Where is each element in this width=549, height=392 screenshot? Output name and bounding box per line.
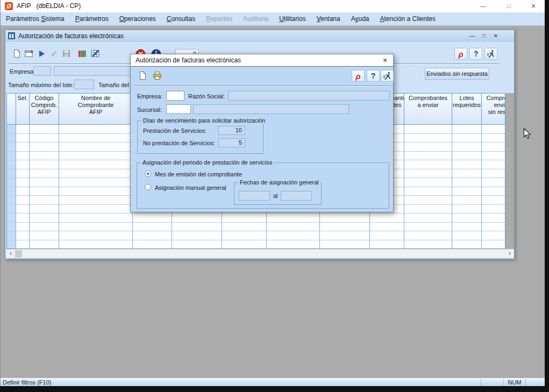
grid-row[interactable] (7, 213, 505, 223)
grid-cell[interactable] (16, 134, 30, 143)
row-header-cell[interactable] (7, 169, 16, 179)
grid-cell[interactable] (452, 178, 482, 187)
grid-cell[interactable] (59, 134, 133, 143)
grid-cell[interactable] (30, 142, 59, 152)
grid-cell[interactable] (172, 223, 222, 232)
radio-asignacion-manual[interactable] (145, 184, 151, 190)
grid-cell[interactable] (59, 125, 133, 134)
grid-cell[interactable] (482, 205, 505, 214)
menu-item-par-metros[interactable]: Parámetros (70, 12, 114, 25)
child-maximize-button[interactable]: □ (479, 31, 489, 41)
grid-cell[interactable] (452, 169, 482, 179)
run-button[interactable] (35, 47, 48, 60)
row-header-cell[interactable] (7, 213, 16, 223)
grid-cell[interactable] (404, 187, 452, 196)
grid-cell[interactable] (267, 223, 320, 232)
grid-cell[interactable] (482, 169, 505, 179)
menu-item-consultas[interactable]: Consultas (161, 12, 201, 25)
row-header-cell[interactable] (7, 134, 16, 143)
grid-cell[interactable] (267, 240, 320, 250)
grid-cell[interactable] (452, 223, 482, 232)
grid-edit-button[interactable] (89, 47, 102, 60)
print-button[interactable]: ρ (454, 48, 467, 60)
grid-cell[interactable] (16, 213, 30, 223)
row-header-cell[interactable] (7, 196, 16, 205)
grid-cell[interactable] (452, 196, 482, 205)
grid-cell[interactable] (320, 240, 370, 250)
row-header-cell[interactable] (7, 187, 16, 196)
grid-cell[interactable] (482, 152, 505, 161)
column-header-c-digo-comprob-afip[interactable]: Código Comprob. AFIP (30, 94, 59, 125)
grid-cell[interactable] (222, 223, 267, 232)
grid-cell[interactable] (133, 231, 172, 240)
grid-cell[interactable] (30, 178, 59, 187)
grid-cell[interactable] (172, 240, 222, 250)
scrollbar-thumb[interactable] (15, 250, 22, 258)
grid-cell[interactable] (172, 213, 222, 223)
row-header-cell[interactable] (7, 223, 16, 232)
grid-cell[interactable] (320, 231, 370, 240)
row-header-cell[interactable] (7, 205, 16, 214)
column-header-0[interactable] (7, 94, 16, 125)
grid-cell[interactable] (59, 196, 133, 205)
grid-cell[interactable] (370, 223, 404, 232)
radio-mes-emision[interactable] (145, 170, 151, 177)
column-header-nombre-de-comprobante-afip[interactable]: Nombre de Comprobante AFIP (59, 94, 133, 125)
grid-cell[interactable] (482, 240, 505, 250)
grid-cell[interactable] (30, 196, 59, 205)
grid-cell[interactable] (267, 213, 320, 223)
menu-item-ayuda[interactable]: Ayuda (346, 12, 375, 25)
grid-cell[interactable] (482, 125, 505, 134)
exit-button[interactable] (484, 48, 497, 60)
grid-cell[interactable] (404, 205, 452, 214)
scroll-left-icon[interactable]: ‹ (6, 250, 15, 258)
grid-cell[interactable] (222, 240, 267, 250)
grid-cell[interactable] (16, 187, 30, 196)
grid-cell[interactable] (16, 178, 30, 187)
grid-cell[interactable] (222, 213, 267, 223)
grid-cell[interactable] (16, 169, 30, 179)
menu-item-utilitarios[interactable]: Utilitarios (274, 12, 311, 25)
grid-cell[interactable] (59, 223, 133, 232)
grid-cell[interactable] (452, 125, 482, 134)
grid-cell[interactable] (30, 152, 59, 161)
grid-cell[interactable] (59, 231, 133, 240)
grid-cell[interactable] (404, 125, 452, 134)
grid-cell[interactable] (482, 187, 505, 196)
dialog-exit-button[interactable] (381, 70, 394, 82)
grid-cell[interactable] (452, 231, 482, 240)
dialog-new-button[interactable] (137, 69, 149, 82)
help-button[interactable]: ? (469, 48, 482, 60)
grid-cell[interactable] (482, 196, 505, 205)
grid-cell[interactable] (482, 213, 505, 223)
grid-cell[interactable] (16, 240, 30, 250)
grid-cell[interactable] (452, 213, 482, 223)
menu-item-par-metros-sistema[interactable]: Parámetros Sistema (1, 12, 70, 25)
row-header-cell[interactable] (7, 160, 16, 169)
grid-cell[interactable] (482, 231, 505, 240)
dialog-close-button[interactable]: ✕ (378, 55, 392, 66)
grid-cell[interactable] (404, 160, 452, 169)
grid-cell[interactable] (172, 231, 222, 240)
grid-cell[interactable] (370, 240, 404, 250)
grid-cell[interactable] (30, 231, 59, 240)
grid-cell[interactable] (30, 169, 59, 179)
grid-cell[interactable] (30, 134, 59, 143)
grid-cell[interactable] (452, 134, 482, 143)
grid-cell[interactable] (59, 160, 133, 169)
grid-cell[interactable] (320, 223, 370, 232)
grid-cell[interactable] (30, 223, 59, 232)
grid-cell[interactable] (30, 240, 59, 250)
dialog-print-list-button[interactable] (151, 69, 163, 82)
dialog-help-button[interactable]: ? (367, 70, 380, 82)
menu-item-atenci-n-a-clientes[interactable]: Atención a Clientes (375, 12, 441, 25)
grid-cell[interactable] (16, 160, 30, 169)
grid-cell[interactable] (59, 240, 133, 250)
grid-cell[interactable] (452, 142, 482, 152)
grid-cell[interactable] (16, 223, 30, 232)
grid-cell[interactable] (404, 223, 452, 232)
grid-cell[interactable] (222, 231, 267, 240)
app-close-button[interactable]: ✕ (524, 0, 543, 12)
grid-cell[interactable] (59, 187, 133, 196)
grid-cell[interactable] (452, 205, 482, 214)
